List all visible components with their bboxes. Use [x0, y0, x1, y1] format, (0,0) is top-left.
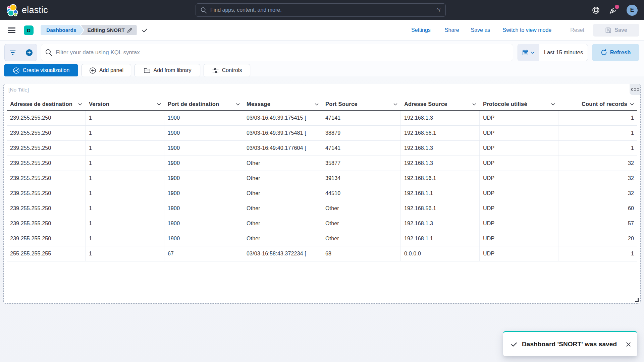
column-header-port-de-destination[interactable]: Port de destination	[164, 98, 243, 110]
chevron-down-icon[interactable]	[77, 102, 83, 107]
table-cell[interactable]: 192.168.1.1	[401, 231, 480, 246]
breadcrumb-dashboards[interactable]: Dashboards	[41, 25, 84, 35]
table-cell[interactable]: 1900	[164, 111, 243, 125]
share-link[interactable]: Share	[445, 27, 459, 33]
save-as-link[interactable]: Save as	[471, 27, 490, 33]
table-cell[interactable]: UDP	[480, 216, 558, 231]
table-cell[interactable]: 47141	[322, 111, 401, 125]
chevron-down-icon[interactable]	[235, 102, 240, 107]
user-avatar[interactable]: E	[627, 5, 638, 16]
table-cell[interactable]: 1900	[164, 126, 243, 140]
table-cell[interactable]: 32	[558, 171, 637, 186]
add-from-library-button[interactable]: Add from library	[135, 64, 200, 77]
newsfeed-icon[interactable]	[609, 6, 618, 14]
table-cell[interactable]: 239.255.255.250	[7, 141, 86, 156]
table-cell[interactable]: 1	[558, 141, 637, 156]
table-cell[interactable]: UDP	[480, 126, 558, 140]
table-cell[interactable]: 1	[86, 111, 164, 125]
table-cell[interactable]: 192.168.1.1	[401, 186, 480, 201]
table-cell[interactable]: UDP	[480, 201, 558, 216]
table-cell[interactable]: 47141	[322, 141, 401, 156]
table-cell[interactable]: 255.255.255.255	[7, 246, 86, 261]
menu-icon[interactable]	[0, 23, 15, 37]
table-cell[interactable]: 35877	[322, 156, 401, 171]
chevron-down-icon[interactable]	[472, 102, 477, 107]
table-cell[interactable]: 1900	[164, 216, 243, 231]
help-icon[interactable]	[592, 6, 600, 14]
table-cell[interactable]: UDP	[480, 231, 558, 246]
table-cell[interactable]: Other	[322, 201, 401, 216]
table-cell[interactable]: 239.255.255.250	[7, 156, 86, 171]
table-cell[interactable]: 192.168.1.3	[401, 141, 480, 156]
column-header-message[interactable]: Message	[243, 98, 322, 110]
table-cell[interactable]: Other	[322, 231, 401, 246]
table-cell[interactable]: 239.255.255.250	[7, 231, 86, 246]
table-cell[interactable]: 239.255.255.250	[7, 126, 86, 140]
panel-title[interactable]: [No Title]	[8, 87, 29, 93]
table-cell[interactable]: 1900	[164, 201, 243, 216]
column-header-protocole-utilise[interactable]: Protocole utilisé	[480, 98, 558, 110]
breadcrumb-editing-snort[interactable]: Editing SNORT	[81, 25, 137, 35]
column-header-version[interactable]: Version	[86, 98, 164, 110]
table-cell[interactable]: 239.255.255.250	[7, 201, 86, 216]
table-cell[interactable]: 20	[558, 231, 637, 246]
column-header-count-of-records[interactable]: Count of records	[558, 98, 637, 110]
table-cell[interactable]: Other	[243, 171, 322, 186]
create-visualization-button[interactable]: Create visualization	[4, 64, 78, 77]
settings-link[interactable]: Settings	[411, 27, 431, 33]
table-cell[interactable]: Other	[243, 216, 322, 231]
table-cell[interactable]: 44510	[322, 186, 401, 201]
table-cell[interactable]: 32	[558, 186, 637, 201]
chevron-down-icon[interactable]	[550, 102, 556, 107]
column-header-adresse-de-destination[interactable]: Adresse de destination	[7, 98, 86, 110]
table-cell[interactable]: 38879	[322, 126, 401, 140]
add-panel-button[interactable]: Add panel	[82, 64, 131, 77]
table-cell[interactable]: 03/03-16:49:39.175481 [	[243, 126, 322, 140]
add-filter-button[interactable]	[21, 44, 37, 61]
chevron-down-icon[interactable]	[393, 102, 398, 107]
controls-button[interactable]: Controls	[204, 64, 250, 77]
table-cell[interactable]: Other	[243, 201, 322, 216]
table-cell[interactable]: 192.168.56.1	[401, 171, 480, 186]
date-picker-calendar-button[interactable]	[518, 44, 539, 61]
table-cell[interactable]: Other	[243, 156, 322, 171]
check-icon[interactable]	[142, 27, 148, 34]
filter-icon-button[interactable]	[5, 44, 21, 61]
time-range-value[interactable]: Last 15 minutes	[539, 44, 588, 61]
table-cell[interactable]: 1	[86, 216, 164, 231]
table-cell[interactable]: 68	[322, 246, 401, 261]
table-cell[interactable]: 03/03-16:49:40.177604 [	[243, 141, 322, 156]
table-cell[interactable]: 192.168.1.3	[401, 216, 480, 231]
table-cell[interactable]: 1	[558, 246, 637, 261]
table-cell[interactable]: Other	[322, 216, 401, 231]
table-cell[interactable]: 1900	[164, 186, 243, 201]
panel-resize-handle[interactable]	[635, 298, 639, 302]
table-cell[interactable]: 1	[86, 156, 164, 171]
close-icon[interactable]	[626, 342, 631, 347]
table-cell[interactable]: 1	[86, 201, 164, 216]
table-cell[interactable]: 192.168.1.3	[401, 111, 480, 125]
reset-link[interactable]: Reset	[570, 27, 584, 33]
table-cell[interactable]: 1	[558, 126, 637, 140]
dashboard-app-badge[interactable]: D	[24, 25, 34, 35]
table-cell[interactable]: 192.168.56.1	[401, 201, 480, 216]
table-cell[interactable]: UDP	[480, 156, 558, 171]
table-cell[interactable]: 03/03-16:49:39.175415 [	[243, 111, 322, 125]
table-cell[interactable]: 1900	[164, 141, 243, 156]
table-cell[interactable]: 0.0.0.0	[401, 246, 480, 261]
table-cell[interactable]: UDP	[480, 141, 558, 156]
table-cell[interactable]: 1900	[164, 156, 243, 171]
table-cell[interactable]: 239.255.255.250	[7, 186, 86, 201]
table-cell[interactable]: Other	[243, 231, 322, 246]
table-cell[interactable]: 67	[164, 246, 243, 261]
switch-to-view-mode-link[interactable]: Switch to view mode	[502, 27, 551, 33]
save-button[interactable]: Save	[593, 24, 639, 37]
elastic-logo[interactable]: elastic	[0, 4, 48, 16]
table-cell[interactable]: 32	[558, 156, 637, 171]
table-cell[interactable]: 39134	[322, 171, 401, 186]
table-cell[interactable]: 57	[558, 216, 637, 231]
table-cell[interactable]: 1	[86, 231, 164, 246]
table-cell[interactable]: UDP	[480, 171, 558, 186]
kql-query-input[interactable]: Filter your data using KQL syntax	[41, 44, 513, 61]
table-cell[interactable]: 192.168.56.1	[401, 126, 480, 140]
